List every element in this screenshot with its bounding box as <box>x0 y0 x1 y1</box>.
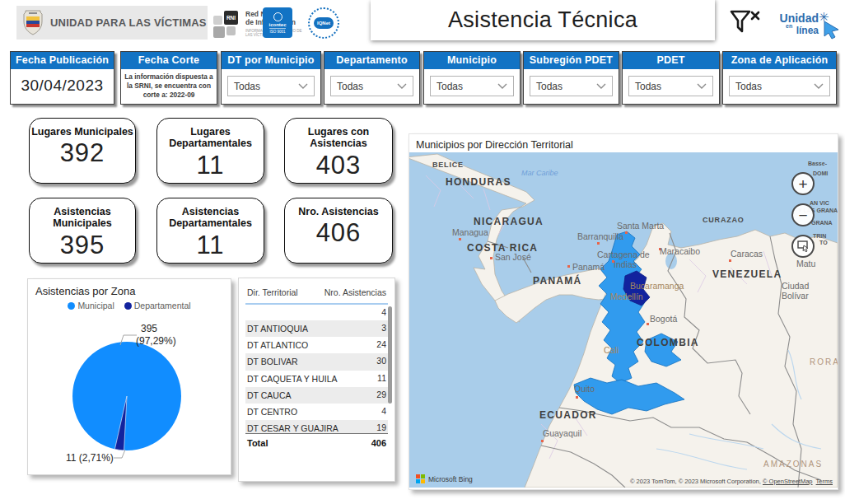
map-selection-tool-button[interactable] <box>791 235 815 258</box>
kpi-asistencias-departamentales: Asistencias Departamentales 11 <box>156 198 264 264</box>
kpi-lugares-departamentales: Lugares Departamentales 11 <box>156 118 264 184</box>
map-zoom-out-button[interactable]: − <box>791 203 815 226</box>
dropdown-value: Todas <box>635 81 661 92</box>
municipio-dropdown[interactable]: Todas <box>430 76 514 96</box>
map-label: AMAZONAS <box>763 460 823 469</box>
dir-territorial-cell: DT ANTIOQUIA <box>247 323 339 334</box>
filter-label: DT por Municipio <box>222 52 320 69</box>
col-nro-asistencias[interactable]: Nro. Asistencias <box>324 287 386 297</box>
map-label: Quito <box>574 384 595 394</box>
map-label: COLOMBIA <box>637 337 699 348</box>
dt-table-body: 4DT ANTIOQUIA3DT ATLANTICO24DT BOLIVAR30… <box>245 305 388 433</box>
map-title: Municipios por Dirección Territorial <box>409 134 838 152</box>
report-title-card: Asistencia Técnica <box>371 0 715 40</box>
map-label: Basse- <box>808 161 828 166</box>
zona-aplicacion-dropdown[interactable]: Todas <box>729 76 830 96</box>
unidad-word3: línea <box>796 25 819 36</box>
icontec-cert: ISO 9001 <box>269 28 285 34</box>
subregion-pdet-dropdown[interactable]: Todas <box>530 76 613 96</box>
map-label: PANAMÁ <box>533 274 582 287</box>
filter-pdet: PDET Todas <box>622 51 720 105</box>
map-label: VENEZUELA <box>712 268 782 280</box>
kpi-label: Lugares Municipales <box>30 126 135 138</box>
map-label: Barranquilla <box>577 231 623 241</box>
pie-chart-title: Asistencias por Zona <box>28 279 231 297</box>
table-row[interactable]: DT CESAR Y GUAJIRA19 <box>245 420 388 433</box>
nro-asistencias-cell: 3 <box>381 323 386 333</box>
chevron-down-icon <box>298 83 308 90</box>
map-canvas[interactable]: BELICEHONDURASMar CaribeNICARAGUAManagua… <box>409 152 838 488</box>
brand-bar: UNIDAD PARA LAS VÍCTIMAS <box>16 6 208 40</box>
table-row[interactable]: DT ATLANTICO24 <box>245 337 388 353</box>
city-dot <box>597 242 600 245</box>
city-dot <box>647 323 649 325</box>
filter-label: Subregión PDET <box>524 52 619 69</box>
chevron-down-icon <box>814 83 824 90</box>
nro-asistencias-cell: 24 <box>376 339 386 349</box>
map-label: Guayaquil <box>543 428 581 438</box>
colombia-coat-of-arms-icon <box>21 10 44 36</box>
map-label: Managua <box>452 227 488 237</box>
table-header: Dir. Territorial Nro. Asistencias <box>245 282 388 305</box>
departamento-dropdown[interactable]: Todas <box>330 76 413 96</box>
filter-dt-por-municipio: DT por Municipio Todas <box>221 51 321 105</box>
org-name: UNIDAD PARA LAS VÍCTIMAS <box>50 16 207 29</box>
map-label: Bolívar <box>782 291 809 301</box>
city-dot <box>490 257 493 259</box>
total-value: 406 <box>371 438 386 448</box>
filter-fecha-corte: Fecha Corte La información dispuesta a l… <box>120 51 217 105</box>
map-label: Bucaramanga <box>630 281 684 291</box>
legend-item-departamental[interactable]: Departamental <box>124 301 191 310</box>
nro-asistencias-cell: 19 <box>376 422 386 432</box>
terms-link[interactable]: Terms <box>816 478 833 485</box>
filter-label: Zona de Aplicación <box>723 52 836 69</box>
table-scrollbar[interactable] <box>388 306 392 404</box>
map-label: NICARAGUA <box>474 216 544 227</box>
map-copyright: © 2023 TomTom, © 2023 Microsoft Corporat… <box>630 478 833 485</box>
kpi-nro-asistencias: Nro. Asistencias 406 <box>284 198 393 264</box>
map-label: San José <box>495 252 531 262</box>
filter-label: Departamento <box>324 52 419 69</box>
kpi-value: 392 <box>30 138 135 168</box>
table-row[interactable]: DT CAUCA29 <box>245 387 388 404</box>
map-label: ECUADOR <box>539 409 597 421</box>
map-label: Maracaibo <box>660 246 700 256</box>
map-provider-label: Microsoft Bing <box>428 475 473 483</box>
dir-territorial-cell: DT CESAR Y GUAJIRA <box>247 422 339 433</box>
dir-territorial-cell: DT BOLIVAR <box>247 356 339 367</box>
chevron-down-icon <box>697 83 707 90</box>
map-label: Caracas <box>731 249 763 259</box>
osm-link[interactable]: © OpenStreetMap <box>763 478 813 485</box>
table-row[interactable]: DT BOLIVAR30 <box>245 353 388 370</box>
filter-label: Fecha Corte <box>121 52 217 69</box>
nro-asistencias-cell: 11 <box>377 373 386 383</box>
chevron-down-icon <box>497 83 507 90</box>
map-label: TRIN <box>813 233 826 239</box>
filter-subregion-pdet: Subregión PDET Todas <box>523 51 619 105</box>
legend-item-municipal[interactable]: Municipal <box>68 301 114 310</box>
pdet-dropdown[interactable]: Todas <box>628 76 713 96</box>
dropdown-value: Todas <box>437 81 463 92</box>
map-label: Medellín <box>610 292 643 301</box>
filter-label: Fecha Publicación <box>11 52 114 69</box>
kpi-value: 11 <box>157 231 264 260</box>
unidad-word2: en <box>786 23 792 29</box>
dropdown-value: Todas <box>536 81 563 92</box>
table-row[interactable]: DT CAQUETA Y HUILA11 <box>245 371 388 387</box>
map-zoom-in-button[interactable]: + <box>791 172 815 195</box>
col-dir-territorial[interactable]: Dir. Territorial <box>247 287 298 297</box>
dropdown-value: Todas <box>735 81 762 92</box>
table-row[interactable]: DT CENTRO4 <box>245 404 388 420</box>
city-dot <box>729 259 731 262</box>
table-row[interactable]: 4 <box>245 305 388 320</box>
dt-por-municipio-dropdown[interactable]: Todas <box>227 76 315 96</box>
dir-territorial-cell: DT CAQUETA Y HUILA <box>247 373 339 385</box>
bing-attribution: Microsoft Bing <box>416 474 473 483</box>
map-label: TO <box>819 240 828 245</box>
clear-filters-icon[interactable] <box>728 7 763 35</box>
table-row[interactable]: DT ANTIOQUIA3 <box>245 320 388 337</box>
kpi-label: Lugares Departamentales <box>157 126 264 150</box>
map-label: RORA <box>810 357 838 366</box>
map-label: CURAZAO <box>703 216 745 224</box>
map-label: Matu <box>796 259 816 268</box>
